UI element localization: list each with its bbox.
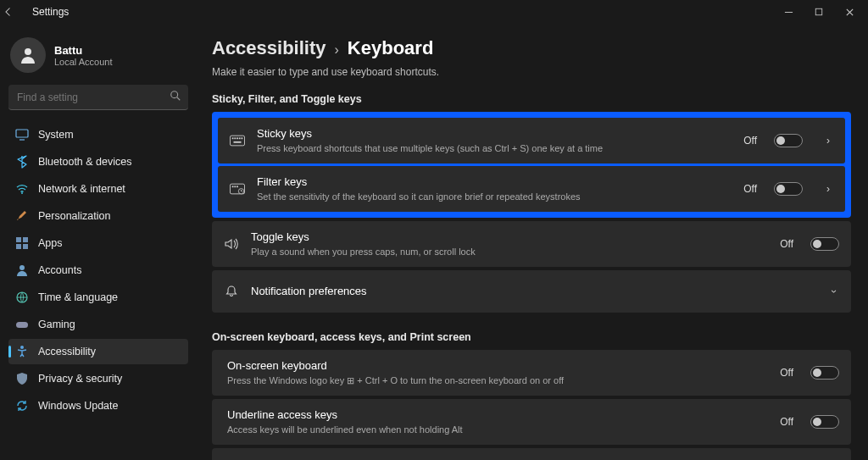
svg-rect-3: [16, 130, 28, 137]
keyboard-clock-icon: [230, 183, 245, 195]
gamepad-icon: [15, 318, 29, 331]
toggle-keys-row[interactable]: Toggle keys Play a sound when you press …: [212, 221, 851, 267]
nav-update[interactable]: Windows Update: [8, 393, 188, 418]
uak-toggle[interactable]: [810, 415, 839, 429]
uak-state: Off: [780, 416, 793, 428]
chevron-down-icon[interactable]: ›: [828, 286, 840, 297]
user-name: Battu: [54, 44, 113, 57]
onscreen-keyboard-row[interactable]: On-screen keyboard Press the Windows log…: [212, 350, 851, 396]
nav-accessibility[interactable]: Accessibility: [8, 339, 188, 364]
svg-rect-17: [239, 137, 241, 139]
svg-rect-7: [16, 244, 21, 249]
svg-rect-11: [16, 322, 28, 328]
apps-icon: [15, 236, 29, 250]
breadcrumb: Accessibility › Keyboard: [212, 37, 851, 59]
sticky-state: Off: [743, 135, 757, 147]
filter-keys-row[interactable]: Filter keys Set the sensitivity of the k…: [218, 166, 845, 212]
keyboard-icon: [230, 135, 245, 147]
nav-bluetooth[interactable]: Bluetooth & devices: [8, 149, 188, 175]
svg-rect-18: [242, 137, 243, 139]
svg-rect-16: [236, 137, 238, 139]
filter-desc: Set the sensitivity of the keyboard so i…: [257, 191, 732, 202]
svg-point-1: [25, 48, 31, 55]
nav-personalization[interactable]: Personalization: [8, 203, 188, 229]
breadcrumb-current: Keyboard: [348, 37, 433, 59]
svg-point-9: [19, 265, 25, 270]
globe-icon: [15, 291, 29, 304]
nav-label: Time & language: [38, 291, 118, 303]
notification-preferences-row[interactable]: Notification preferences ›: [212, 270, 851, 313]
print-screen-row[interactable]: Use the Print screen button to open scre…: [212, 448, 851, 460]
monitor-icon: [15, 128, 29, 141]
filter-title: Filter keys: [257, 175, 732, 189]
osk-desc: Press the Windows logo key ⊞ + Ctrl + O …: [227, 374, 768, 386]
toggle-keys-toggle[interactable]: [810, 237, 839, 251]
osk-toggle[interactable]: [810, 366, 839, 380]
svg-rect-13: [230, 136, 244, 146]
back-button[interactable]: [3, 7, 27, 17]
notif-title: Notification preferences: [251, 285, 809, 298]
svg-rect-6: [23, 237, 28, 242]
svg-rect-24: [236, 186, 238, 187]
search-box[interactable]: [8, 85, 188, 110]
highlighted-group: Sticky keys Press keyboard shortcuts tha…: [212, 112, 851, 218]
nav-label: System: [38, 129, 74, 141]
nav-list: System Bluetooth & devices Network & int…: [8, 122, 188, 418]
nav-label: Apps: [38, 237, 63, 249]
nav-label: Accessibility: [38, 346, 96, 357]
breadcrumb-parent[interactable]: Accessibility: [212, 37, 326, 59]
svg-point-12: [20, 346, 24, 349]
sidebar: Battu Local Account System Bluetooth & d…: [0, 24, 197, 460]
nav-accounts[interactable]: Accounts: [8, 258, 188, 283]
sticky-keys-row[interactable]: Sticky keys Press keyboard shortcuts tha…: [218, 118, 845, 163]
nav-network[interactable]: Network & internet: [8, 176, 188, 202]
bluetooth-icon: [15, 155, 29, 169]
toggle-title: Toggle keys: [251, 230, 768, 244]
brush-icon: [15, 209, 29, 223]
nav-gaming[interactable]: Gaming: [8, 312, 188, 337]
svg-point-2: [171, 91, 178, 98]
shield-icon: [15, 372, 29, 385]
nav-apps[interactable]: Apps: [8, 230, 188, 256]
nav-time[interactable]: Time & language: [8, 285, 188, 310]
titlebar: Settings: [0, 0, 868, 24]
content-area: Accessibility › Keyboard Make it easier …: [197, 24, 868, 460]
toggle-state: Off: [780, 238, 793, 250]
osk-state: Off: [780, 367, 793, 379]
update-icon: [15, 399, 29, 413]
section-heading-2: On-screen keyboard, access keys, and Pri…: [212, 331, 851, 343]
svg-point-4: [21, 192, 23, 194]
filter-state: Off: [743, 183, 757, 195]
svg-rect-14: [232, 137, 234, 139]
section-heading-1: Sticky, Filter, and Toggle keys: [212, 93, 851, 105]
nav-system[interactable]: System: [8, 122, 188, 147]
svg-rect-19: [234, 141, 242, 143]
profile-block[interactable]: Battu Local Account: [8, 32, 188, 85]
close-button[interactable]: [834, 2, 865, 22]
svg-rect-5: [16, 237, 21, 242]
nav-label: Bluetooth & devices: [38, 156, 132, 168]
wifi-icon: [15, 182, 29, 196]
user-icon: [15, 263, 29, 277]
page-subtitle: Make it easier to type and use keyboard …: [212, 66, 851, 78]
svg-rect-23: [234, 186, 236, 187]
bell-icon: [224, 285, 239, 298]
nav-label: Network & internet: [38, 183, 125, 195]
filter-toggle[interactable]: [774, 182, 803, 196]
nav-privacy[interactable]: Privacy & security: [8, 366, 188, 391]
nav-label: Personalization: [38, 210, 110, 222]
chevron-right-icon: ›: [335, 42, 339, 58]
accessibility-icon: [15, 345, 29, 358]
sticky-title: Sticky keys: [257, 127, 732, 141]
nav-label: Gaming: [38, 319, 75, 330]
chevron-right-icon[interactable]: ›: [823, 135, 833, 147]
minimize-button[interactable]: [773, 2, 804, 22]
chevron-right-icon[interactable]: ›: [823, 183, 833, 195]
underline-access-keys-row[interactable]: Underline access keys Access keys will b…: [212, 399, 851, 445]
toggle-desc: Play a sound when you press caps, num, o…: [251, 246, 768, 258]
search-icon: [170, 90, 181, 102]
maximize-button[interactable]: [804, 2, 834, 22]
search-input[interactable]: [8, 85, 188, 110]
uak-desc: Access keys will be underlined even when…: [227, 424, 768, 435]
sticky-toggle[interactable]: [774, 134, 803, 147]
